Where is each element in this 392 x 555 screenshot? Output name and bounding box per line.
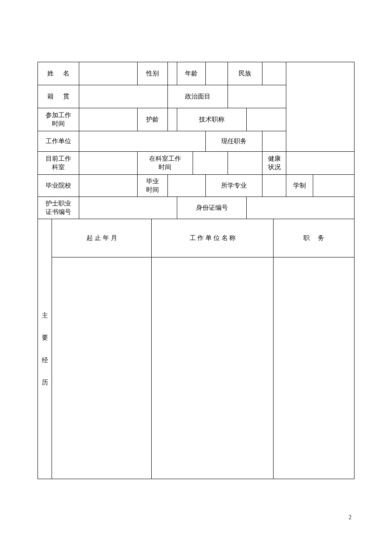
label-current-dept: 目前工作科室 — [38, 152, 79, 175]
label-edu-system: 学制 — [286, 175, 313, 197]
history-body-org — [152, 257, 274, 479]
label-dept-time: 在科室工作时间 — [138, 152, 193, 175]
value-name — [79, 62, 137, 85]
value-gender — [167, 62, 177, 85]
value-grad-time — [167, 175, 205, 197]
label-gender: 性别 — [138, 62, 168, 85]
value-major — [262, 175, 286, 197]
value-age — [205, 62, 228, 85]
history-header-org: 工 作 单 位 名 称 — [152, 219, 274, 257]
label-work-start: 参加工作时间 — [38, 108, 79, 131]
label-native-place: 籍 贯 — [38, 85, 79, 108]
value-health — [286, 152, 355, 175]
label-name: 姓 名 — [38, 62, 79, 85]
label-ethnicity: 民族 — [228, 62, 262, 85]
value-nurse-cert — [79, 197, 177, 219]
photo-area — [286, 62, 355, 152]
label-nurse-cert: 护士职业证书编号 — [38, 197, 79, 219]
history-header-period: 起 止 年 月 — [52, 219, 152, 257]
label-work-unit: 工作单位 — [38, 131, 79, 152]
value-current-position — [262, 131, 286, 152]
personnel-form-table: 姓 名 性别 年龄 民族 籍 贯 政治面目 参加工作时间 — [37, 62, 355, 479]
value-id-number — [247, 197, 355, 219]
value-current-dept — [79, 152, 137, 175]
label-major: 所学专业 — [205, 175, 262, 197]
value-nursing-age — [167, 108, 177, 131]
label-grad-school: 毕业院校 — [38, 175, 79, 197]
value-tech-title — [247, 108, 286, 131]
value-political-status — [228, 85, 286, 108]
label-current-position: 现任职务 — [205, 131, 262, 152]
value-blank-r5 — [228, 152, 262, 175]
history-body-period — [52, 257, 152, 479]
value-grad-school — [79, 175, 137, 197]
label-age: 年龄 — [177, 62, 205, 85]
value-native-place — [79, 85, 167, 108]
value-dept-time — [193, 152, 228, 175]
label-nursing-age: 护龄 — [138, 108, 168, 131]
value-ethnicity — [262, 62, 286, 85]
label-political-status: 政治面目 — [167, 85, 228, 108]
label-health: 健康状况 — [262, 152, 286, 175]
page-number: 2 — [349, 514, 352, 521]
label-grad-time: 毕业时间 — [138, 175, 168, 197]
label-main-history: 主 要 经 历 — [38, 219, 52, 479]
label-id-number: 身份证编号 — [177, 197, 246, 219]
value-work-start — [79, 108, 137, 131]
value-edu-system — [313, 175, 355, 197]
history-header-position: 职 务 — [274, 219, 355, 257]
history-body-position — [274, 257, 355, 479]
label-tech-title: 技术职称 — [177, 108, 246, 131]
value-work-unit — [79, 131, 205, 152]
